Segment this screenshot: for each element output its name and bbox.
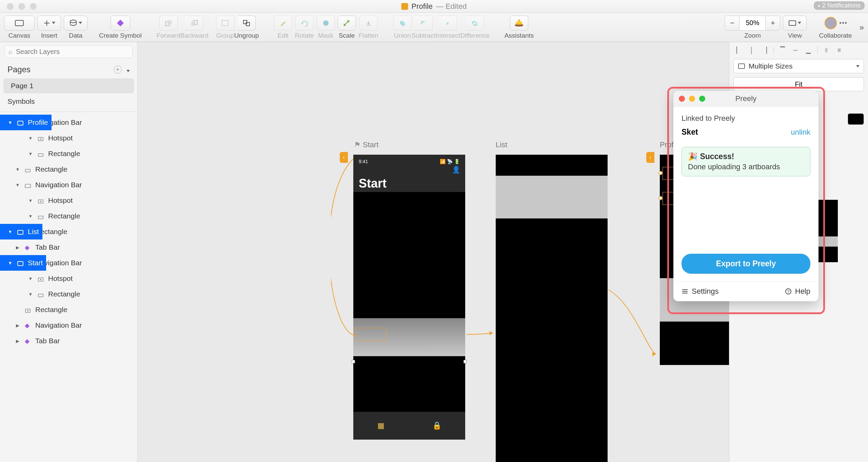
plugin-minimize-icon[interactable] [689,96,695,102]
page-item[interactable]: Symbols [0,94,137,109]
svg-point-3 [70,20,76,23]
align-right-icon[interactable]: ▕ [759,45,770,55]
ungroup-tool[interactable]: Ungroup [234,16,259,39]
scale-tool[interactable]: Scale [338,16,356,39]
more-icon[interactable] [840,22,847,24]
back-arrow-icon[interactable]: ‹ [340,152,348,163]
add-page-icon[interactable]: + [114,65,122,74]
page-item[interactable]: Page 1 [3,78,134,93]
hotspot-icon [37,275,45,282]
notifications-badge[interactable]: 2 Notifications [814,1,865,10]
fullscreen-window-icon[interactable] [30,3,37,10]
align-top-icon[interactable]: ▔ [777,45,788,55]
layer-row-rect[interactable]: ▼Rectangle [0,208,137,224]
rect-icon [37,151,45,157]
svg-rect-23 [18,230,23,234]
artboard-icon [17,260,24,266]
layer-row-hotspot[interactable]: ▼Hotspot [0,271,137,286]
layer-name: List [28,228,39,236]
size-preset-dropdown[interactable]: Multiple Sizes [733,59,864,73]
plugin-fullscreen-icon[interactable] [699,96,705,102]
layer-row-hotspot[interactable]: ▼Hotspot [0,193,137,208]
artboard-icon [17,229,24,235]
back-arrow-icon[interactable]: ‹ [646,152,654,163]
layer-row-rect[interactable]: ▼Rectangle [0,286,137,302]
svg-rect-33 [738,64,745,69]
layer-row-hotspot[interactable]: Rectangle [0,302,137,317]
insert-icon [43,19,51,27]
insert-tool[interactable]: Insert [37,16,61,39]
forward-icon [165,20,172,26]
preely-plugin-window[interactable]: Preely Linked to Preely Sket unlink 🎉 Su… [673,91,818,301]
plugin-settings-button[interactable]: Settings [682,287,719,296]
flag-icon: ⚑ [354,140,361,149]
rotate-tool: Rotate [295,16,314,39]
project-row: Sket unlink [682,128,810,137]
canvas-tool[interactable]: Canvas [4,16,35,39]
background-color-swatch[interactable] [848,113,864,125]
layer-row-symbol[interactable]: ▶Navigation Bar [0,317,137,333]
create-symbol-tool[interactable]: Create Symbol [99,16,142,39]
export-to-preely-button[interactable]: Export to Preely [682,254,810,274]
layer-row-symbol[interactable]: ▶Tab Bar [0,239,137,255]
minimize-window-icon[interactable] [18,3,25,10]
distribute-v-icon[interactable]: ≡ [834,45,845,55]
align-center-v-icon[interactable]: ─ [790,45,801,55]
selection-handle[interactable] [352,360,355,363]
layer-row-rect[interactable]: ▼Rectangle [0,161,137,177]
artboard-label[interactable]: List [496,140,507,149]
plugin-close-icon[interactable] [679,96,685,102]
align-bottom-icon[interactable]: ▁ [803,45,814,55]
unlink-button[interactable]: unlink [791,128,810,137]
layer-row-artboard[interactable]: ▼List [0,224,42,239]
plugin-help-button[interactable]: ? Help [785,287,810,296]
artboard-start[interactable]: 9:41📶 📡 🔋 👤 Start ▦ 🔒 [353,155,465,440]
align-center-h-icon[interactable]: │ [746,45,757,55]
artboard-list[interactable]: ▦ 🔒 [496,155,608,462]
close-window-icon[interactable] [7,3,14,10]
svg-rect-5 [167,20,172,24]
distribute-h-icon[interactable]: ⫴ [821,45,832,55]
window-titlebar: Profile — Edited 2 Notifications [0,0,868,13]
selection-handle[interactable] [463,360,467,363]
layer-name: Hotspot [48,196,73,205]
svg-point-27 [40,279,41,280]
search-layers[interactable]: ⌕ [5,45,133,58]
layer-row-rect[interactable]: ▼Rectangle [0,146,137,161]
group-icon [221,20,229,26]
bell-icon: 🛎️ [514,19,524,27]
rect-icon [37,291,45,297]
layer-row-symbol[interactable]: ▶Tab Bar [0,333,137,349]
align-left-icon[interactable]: ▏ [733,45,744,55]
view-tool[interactable]: View [783,16,807,39]
collaborate-tool[interactable]: Collaborate [819,16,852,39]
plugin-titlebar[interactable]: Preely [673,91,818,107]
data-tool[interactable]: Data [64,16,87,39]
layer-row-hotspot[interactable]: ▼Hotspot [0,130,137,146]
zoom-out-button[interactable]: − [725,16,739,31]
avatar-icon[interactable] [825,17,837,29]
search-layers-input[interactable] [16,48,129,56]
zoom-in-button[interactable]: + [765,16,780,31]
layer-row-artboard[interactable]: ▼Start [0,255,46,271]
plugin-title: Preely [735,94,756,103]
pages-chevron-icon[interactable] [126,70,130,72]
hotspot-icon [37,197,45,204]
zoom-value[interactable]: 50% [739,16,765,31]
canvas[interactable]: ⚑Start ‹ 9:41📶 📡 🔋 👤 Start ▦ 🔒 List [138,42,729,462]
search-icon: ⌕ [8,48,13,56]
difference-tool: Difference [460,16,489,39]
svg-rect-0 [15,20,23,26]
assistants-tool[interactable]: 🛎️Assistants [505,16,534,39]
mask-tool: Mask [317,16,335,39]
zoom-control[interactable]: − 50% + Zoom [725,16,780,39]
svg-text:?: ? [787,289,789,294]
artboard-label[interactable]: ⚑Start [354,140,378,149]
expand-icon[interactable]: » [860,23,864,32]
profile-icon: 👤 [452,166,460,174]
layer-row-group[interactable]: ▼Navigation Bar [0,177,137,193]
svg-rect-25 [18,262,23,266]
layer-row-artboard[interactable]: ▼Profile [0,115,52,130]
symbol-icon [24,322,32,328]
svg-rect-14 [789,21,796,25]
